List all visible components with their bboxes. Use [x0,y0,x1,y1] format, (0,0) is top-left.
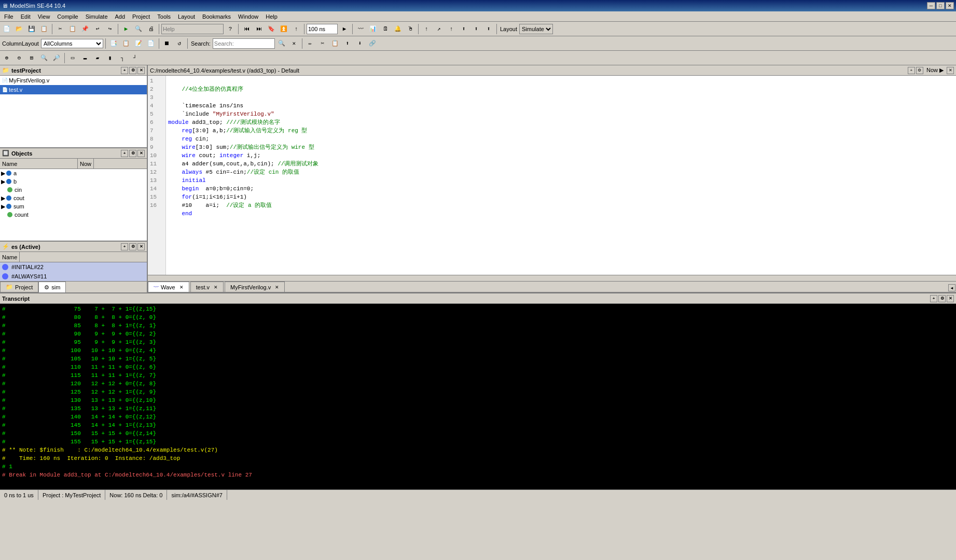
restart-btn[interactable]: ↺ [174,38,185,49]
edit-btn6[interactable]: 🔗 [367,38,378,49]
window-controls[interactable]: ─ □ ✕ [927,2,954,9]
help-go-btn[interactable]: ? [225,23,236,35]
menu-project[interactable]: Project [129,12,153,21]
transcript-close-btn[interactable]: ✕ [947,295,954,302]
search-go-btn[interactable]: 🔍 [276,38,287,49]
tab-wave[interactable]: 〰 Wave ✕ [148,282,189,292]
zoom-btn3[interactable]: ⊞ [26,52,37,64]
cursor-btn3[interactable]: ▰ [92,52,103,64]
search-clear-btn[interactable]: ✕ [288,38,300,49]
file-test[interactable]: 📄 test.v [0,85,147,94]
active-close-btn[interactable]: ✕ [137,243,145,250]
nav-btn1[interactable]: ↑ [421,23,432,35]
transcript-body[interactable]: # 75 7 + 7 + 1={(z,15} # 80 8 + 8 + 0={(… [0,304,956,489]
obj-sum[interactable]: ▶ sum [0,202,147,211]
stop-btn[interactable]: ⏹ [161,38,173,49]
find-btn[interactable]: 🔍 [133,23,144,35]
save-all-btn[interactable]: 📋 [38,23,50,35]
project-close-btn[interactable]: ✕ [137,67,145,74]
edit-btn3[interactable]: 📋 [329,38,341,49]
objects-settings-btn[interactable]: ⚙ [129,150,136,157]
paste-btn[interactable]: 📌 [79,23,91,35]
code-content[interactable]: //4位全加器的仿真程序 `timescale 1ns/1ns `include… [166,76,956,275]
edit-btn4[interactable]: ⬆ [342,38,353,49]
edit-btn1[interactable]: ✏ [304,38,316,49]
tab-testv-close[interactable]: ✕ [214,285,218,290]
active-item-always[interactable]: #ALWAYS#11 [0,272,147,281]
active-item-initial[interactable]: #INITIAL#22 [0,262,147,272]
obj-count[interactable]: count [0,211,147,219]
help-input[interactable] [161,24,224,34]
menu-add[interactable]: Add [112,12,129,21]
obj-a[interactable]: ▶ a [0,169,147,177]
run-btn[interactable]: ▶ [120,23,132,35]
sim-btn2[interactable]: ⏭ [253,23,265,35]
tab-myfirst[interactable]: MyFirstVerilog.v ✕ [225,282,285,292]
left-tab-sim[interactable]: ⚙ sim [38,282,66,292]
zoom-btn5[interactable]: 🔎 [51,52,62,64]
wave-btn2[interactable]: 📊 [367,23,379,35]
sim-btn4[interactable]: ⏫ [278,23,289,35]
menu-view[interactable]: View [35,12,53,21]
nav-btn6[interactable]: ⬆ [483,23,494,35]
cursor-btn5[interactable]: ┐ [117,52,128,64]
edit-btn2[interactable]: ✂ [317,38,328,49]
wave-btn1[interactable]: 〰 [355,23,366,35]
project-add-btn[interactable]: + [121,67,128,74]
col-btn1[interactable]: 📑 [108,38,119,49]
obj-b[interactable]: ▶ b [0,177,147,186]
sim-btn3[interactable]: 🔖 [266,23,277,35]
sim-btn1[interactable]: ⏮ [241,23,252,35]
search-input[interactable] [213,38,275,49]
layout-select[interactable]: Simulate [519,24,553,34]
new-btn[interactable]: 📄 [1,23,12,35]
close-button[interactable]: ✕ [946,2,954,9]
menu-window[interactable]: Window [235,12,261,21]
zoom-btn1[interactable]: ⊕ [1,52,12,64]
objects-close-btn[interactable]: ✕ [137,150,145,157]
editor-close-btn[interactable]: ✕ [947,67,954,74]
minimize-button[interactable]: ─ [927,2,935,9]
undo-btn[interactable]: ↩ [92,23,103,35]
tab-myfirst-close[interactable]: ✕ [275,285,279,290]
col-btn4[interactable]: 📄 [145,38,157,49]
time-input[interactable] [307,24,338,34]
editor-add-btn[interactable]: + [908,67,915,74]
objects-add-btn[interactable]: + [121,150,128,157]
menu-bookmarks[interactable]: Bookmarks [199,12,234,21]
menu-tools[interactable]: Tools [154,12,174,21]
tab-wave-close[interactable]: ✕ [179,285,184,290]
menu-layout[interactable]: Layout [175,12,198,21]
zoom-btn2[interactable]: ⊖ [13,52,25,64]
col-layout-select[interactable]: AllColumns [41,39,103,48]
wave-btn5[interactable]: 🖱 [405,23,416,35]
redo-btn[interactable]: ↪ [104,23,116,35]
open-btn[interactable]: 📂 [13,23,25,35]
editor-settings-btn[interactable]: ⚙ [916,67,923,74]
editor-hscroll[interactable] [148,275,956,281]
menu-edit[interactable]: Edit [18,12,34,21]
save-btn[interactable]: 💾 [26,23,37,35]
tab-scroll-left[interactable]: ◀ [948,284,955,291]
copy-btn[interactable]: 📋 [67,23,78,35]
cursor-btn2[interactable]: ▬ [79,52,91,64]
edit-btn5[interactable]: ⬇ [354,38,366,49]
time-apply-btn[interactable]: ▶ [339,23,350,35]
cursor-btn1[interactable]: ▭ [67,52,78,64]
col-btn3[interactable]: 📝 [133,38,144,49]
nav-btn2[interactable]: ↗ [433,23,445,35]
wave-btn3[interactable]: 🗓 [380,23,391,35]
menu-simulate[interactable]: Simulate [82,12,111,21]
zoom-btn4[interactable]: 🔍 [38,52,50,64]
active-settings-btn[interactable]: ⚙ [129,243,136,250]
transcript-add-btn[interactable]: + [930,295,937,302]
menu-compile[interactable]: Compile [54,12,81,21]
col-btn2[interactable]: 📋 [120,38,132,49]
code-editor[interactable]: 1234 5678 9101112 13141516 //4位全加器的仿真程序 … [148,76,956,275]
cursor-btn4[interactable]: ▮ [104,52,116,64]
cut-btn[interactable]: ✂ [54,23,66,35]
tab-testv[interactable]: test.v ✕ [190,282,224,292]
file-myfirst[interactable]: 📄 MyFirstVerilog.v [0,76,147,85]
obj-cout[interactable]: ▶ cout [0,194,147,202]
menu-help[interactable]: Help [262,12,281,21]
